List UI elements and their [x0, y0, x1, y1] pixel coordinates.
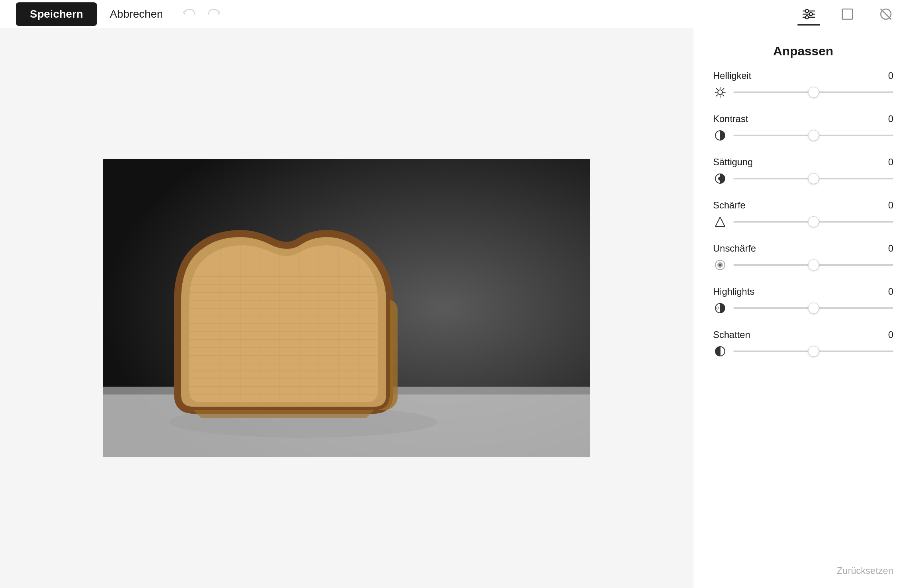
image-container	[103, 159, 590, 457]
adj-kontrast-label: Kontrast	[713, 113, 748, 124]
revert-tool-button[interactable]	[874, 3, 897, 26]
schatten-thumb[interactable]	[808, 346, 819, 357]
adj-schatten-label: Schatten	[713, 329, 750, 340]
adj-saettigung-value: 0	[888, 157, 893, 168]
svg-point-38	[718, 90, 722, 95]
main-content: Anpassen Helligkeit 0	[0, 28, 913, 588]
sharpness-icon	[713, 215, 727, 229]
panel-title: Anpassen	[713, 28, 893, 70]
schaerfe-thumb[interactable]	[808, 216, 819, 227]
helligkeit-thumb[interactable]	[808, 87, 819, 98]
adj-saettigung-label: Sättigung	[713, 157, 753, 168]
toolbar-icons	[798, 3, 897, 26]
brightness-icon	[713, 85, 727, 99]
adj-helligkeit-label: Helligkeit	[713, 70, 751, 81]
adj-saettigung: Sättigung 0	[713, 157, 893, 186]
adj-helligkeit-value: 0	[888, 70, 893, 81]
undo-button[interactable]	[179, 2, 199, 26]
unschaerfe-slider[interactable]	[733, 264, 893, 266]
save-button[interactable]: Speichern	[16, 2, 97, 26]
image-area	[0, 28, 693, 588]
blur-icon	[713, 258, 727, 272]
reset-button[interactable]: Zurücksetzen	[837, 565, 893, 576]
adj-unschaerfe-label: Unschärfe	[713, 243, 756, 254]
svg-line-45	[717, 95, 718, 96]
svg-rect-6	[842, 9, 852, 19]
svg-point-3	[805, 9, 808, 13]
helligkeit-slider[interactable]	[733, 91, 893, 93]
adj-schaerfe-label: Schärfe	[713, 200, 746, 211]
adj-unschaerfe-value: 0	[888, 243, 893, 254]
unschaerfe-thumb[interactable]	[808, 259, 819, 270]
reset-section: Zurücksetzen	[713, 557, 893, 588]
adj-schaerfe: Schärfe 0	[713, 200, 893, 229]
crop-tool-button[interactable]	[836, 3, 859, 26]
shadows-icon	[713, 344, 727, 358]
kontrast-thumb[interactable]	[808, 130, 819, 141]
svg-point-55	[717, 307, 719, 309]
svg-point-49	[718, 177, 722, 181]
schaerfe-slider[interactable]	[733, 221, 893, 223]
redo-button[interactable]	[204, 2, 224, 26]
svg-line-44	[723, 95, 724, 96]
adj-unschaerfe: Unschärfe 0	[713, 243, 893, 272]
adj-highlights-value: 0	[888, 286, 893, 297]
photo-canvas	[103, 159, 590, 457]
schatten-slider[interactable]	[733, 351, 893, 352]
right-panel: Anpassen Helligkeit 0	[693, 28, 913, 588]
svg-line-46	[723, 89, 724, 90]
svg-line-43	[717, 89, 718, 90]
saettigung-thumb[interactable]	[808, 173, 819, 184]
adj-schatten: Schatten 0	[713, 329, 893, 358]
toolbar: Speichern Abbrechen	[0, 0, 913, 28]
svg-point-4	[809, 13, 812, 16]
highlights-icon	[713, 301, 727, 315]
svg-point-52	[719, 264, 721, 266]
undo-redo-group	[179, 2, 224, 26]
kontrast-slider[interactable]	[733, 135, 893, 136]
cancel-button[interactable]: Abbrechen	[110, 8, 163, 20]
adj-kontrast-value: 0	[888, 113, 893, 124]
adj-kontrast: Kontrast 0	[713, 113, 893, 142]
adj-schaerfe-value: 0	[888, 200, 893, 211]
contrast-icon	[713, 128, 727, 142]
saettigung-slider[interactable]	[733, 178, 893, 179]
adj-helligkeit: Helligkeit 0	[713, 70, 893, 99]
svg-point-5	[805, 16, 808, 19]
adj-highlights: Highlights 0	[713, 286, 893, 315]
highlights-thumb[interactable]	[808, 303, 819, 314]
adj-schatten-value: 0	[888, 329, 893, 340]
adjustments-tool-button[interactable]	[798, 3, 820, 26]
saturation-icon	[713, 172, 727, 186]
adj-highlights-label: Highlights	[713, 286, 754, 297]
highlights-slider[interactable]	[733, 307, 893, 309]
